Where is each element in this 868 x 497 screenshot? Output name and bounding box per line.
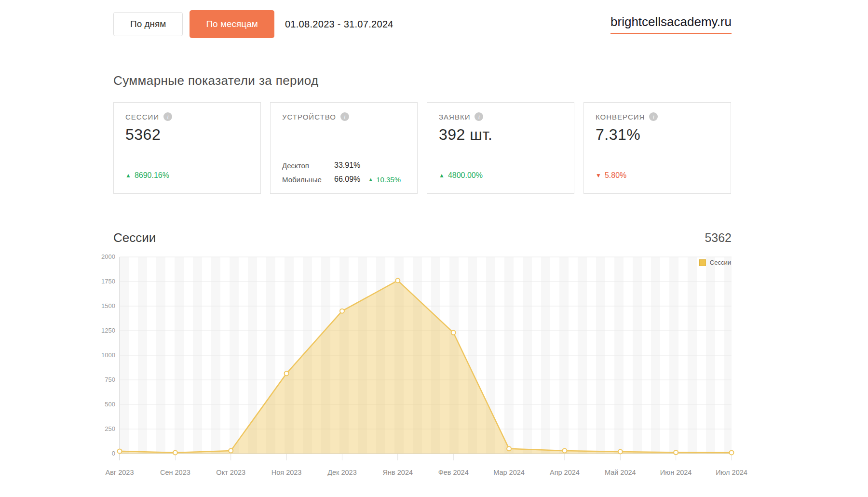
conversion-card-change: ▼ 5.80% <box>596 171 626 180</box>
leads-card-label: ЗАЯВКИ <box>439 113 470 121</box>
data-point[interactable] <box>395 278 400 282</box>
chart-header: Сессии 5362 <box>113 230 732 245</box>
sessions-card-change: ▲ 8690.16% <box>125 171 169 180</box>
x-tick-label: Мар 2024 <box>493 469 525 476</box>
chart-legend: Сессии <box>699 259 731 266</box>
device-value: 66.09% <box>334 175 360 184</box>
y-tick-label: 1250 <box>101 327 115 334</box>
site-domain-link[interactable]: brightcellsacademy.ru <box>610 14 732 34</box>
x-tick-label: Май 2024 <box>605 469 636 476</box>
analytics-dashboard: По дням По месяцам 01.08.2023 - 31.07.20… <box>0 0 868 497</box>
device-name: Мобильные <box>282 175 334 184</box>
conversion-card-label: КОНВЕРСИЯ <box>596 113 645 121</box>
y-tick-label: 1500 <box>101 302 115 309</box>
x-tick-label: Сен 2023 <box>160 469 190 476</box>
sessions-card: СЕССИИ i 5362 ▲ 8690.16% <box>113 102 261 194</box>
chart-total-value: 5362 <box>705 231 732 245</box>
x-tick-label: Фев 2024 <box>438 469 469 476</box>
conversion-change-percent: 5.80% <box>605 171 626 180</box>
conversion-card: КОНВЕРСИЯ i 7.31% ▼ 5.80% <box>583 102 731 194</box>
device-name: Десктоп <box>282 161 334 170</box>
y-tick-label: 250 <box>105 425 115 432</box>
sessions-card-label: СЕССИИ <box>125 113 159 121</box>
data-point[interactable] <box>229 448 233 453</box>
info-icon[interactable]: i <box>163 112 172 121</box>
leads-card-value: 392 шт. <box>439 126 562 144</box>
chart-canvas: 025050075010001250150017502000Авг 2023Се… <box>96 253 762 489</box>
x-tick-label: Дек 2023 <box>327 469 357 476</box>
info-icon[interactable]: i <box>340 112 349 121</box>
leads-card-change: ▲ 4800.00% <box>439 171 483 180</box>
leads-change-percent: 4800.00% <box>448 171 483 180</box>
device-row-mobile: Мобильные 66.09% ▲ 10.35% <box>282 175 410 184</box>
y-tick-label: 750 <box>105 376 115 383</box>
x-tick-label: Окт 2023 <box>216 469 245 476</box>
y-tick-label: 0 <box>112 450 115 457</box>
x-tick-label: Янв 2024 <box>383 469 413 476</box>
down-arrow-icon: ▼ <box>596 172 601 179</box>
device-row-desktop: Десктоп 33.91% <box>282 161 410 170</box>
top-toolbar: По дням По месяцам 01.08.2023 - 31.07.20… <box>113 9 732 40</box>
data-point[interactable] <box>618 449 623 454</box>
x-tick-label: Ноя 2023 <box>271 469 302 476</box>
data-point[interactable] <box>285 371 289 376</box>
up-arrow-icon: ▲ <box>368 176 373 182</box>
data-point[interactable] <box>118 449 122 453</box>
data-point[interactable] <box>730 450 734 455</box>
summary-section-title: Суммарные показатели за период <box>113 73 319 88</box>
device-value: 33.91% <box>334 161 360 170</box>
y-tick-label: 500 <box>105 401 115 408</box>
data-point[interactable] <box>507 446 511 451</box>
y-tick-label: 2000 <box>101 253 115 260</box>
mobile-change: ▲ 10.35% <box>368 175 401 184</box>
data-point[interactable] <box>674 450 678 455</box>
date-range: 01.08.2023 - 31.07.2024 <box>285 19 393 30</box>
mobile-change-percent: 10.35% <box>376 175 401 184</box>
chart-title: Сессии <box>113 230 156 245</box>
up-arrow-icon: ▲ <box>439 172 445 179</box>
device-card-label: УСТРОЙСТВО <box>282 113 336 121</box>
sessions-change-percent: 8690.16% <box>135 171 169 180</box>
data-point[interactable] <box>173 450 177 455</box>
up-arrow-icon: ▲ <box>125 172 131 179</box>
toggle-by-days-button[interactable]: По дням <box>113 12 183 36</box>
legend-swatch-icon <box>699 259 706 266</box>
legend-label: Сессии <box>710 259 731 266</box>
device-card: УСТРОЙСТВО i Десктоп 33.91% Мобильные 66… <box>270 102 418 194</box>
data-point[interactable] <box>451 331 456 335</box>
data-point[interactable] <box>562 448 567 453</box>
x-tick-label: Апр 2024 <box>550 469 580 476</box>
sessions-card-value: 5362 <box>125 126 249 144</box>
conversion-card-value: 7.31% <box>596 126 719 144</box>
data-point[interactable] <box>340 309 344 313</box>
x-tick-label: Июн 2024 <box>660 469 692 476</box>
info-icon[interactable]: i <box>475 112 483 121</box>
info-icon[interactable]: i <box>649 112 658 121</box>
toggle-by-months-button[interactable]: По месяцам <box>190 10 274 38</box>
summary-cards: СЕССИИ i 5362 ▲ 8690.16% УСТРОЙСТВО i Де… <box>113 102 731 194</box>
y-tick-label: 1000 <box>101 351 115 359</box>
leads-card: ЗАЯВКИ i 392 шт. ▲ 4800.00% <box>427 102 574 194</box>
y-tick-label: 1750 <box>101 278 115 285</box>
x-tick-label: Июл 2024 <box>716 469 747 476</box>
x-tick-label: Авг 2023 <box>106 469 134 476</box>
sessions-area-chart: 025050075010001250150017502000Авг 2023Се… <box>96 253 762 489</box>
